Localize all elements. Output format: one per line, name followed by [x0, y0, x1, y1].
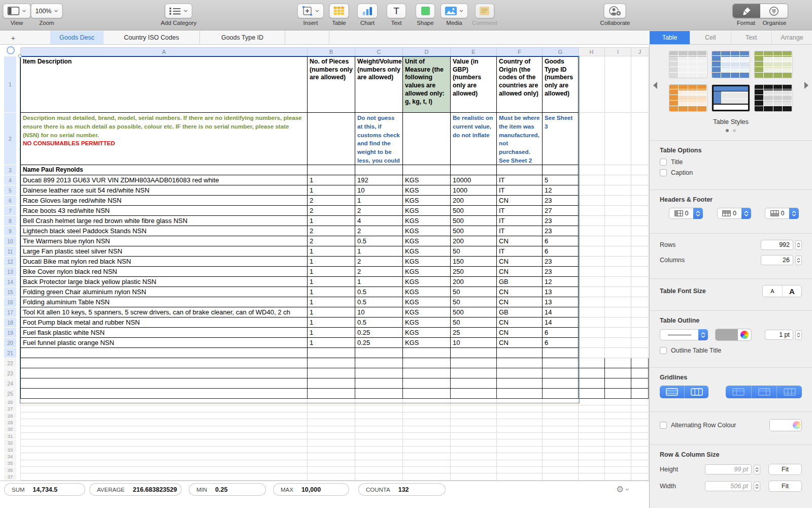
cell-E-row19[interactable]: 25: [451, 328, 497, 338]
empty-cell[interactable]: [497, 447, 543, 453]
column-header-B[interactable]: B: [308, 47, 355, 56]
empty-cell-H[interactable]: [579, 426, 605, 433]
empty-cell-H[interactable]: [579, 460, 605, 467]
empty-cell[interactable]: [355, 399, 403, 405]
empty-cell[interactable]: [308, 405, 355, 412]
cell-A-row10[interactable]: Tire Warmers blue nylon NSN: [20, 236, 308, 246]
cell-B-row6[interactable]: 2: [308, 196, 355, 206]
row-number-26[interactable]: 26: [4, 399, 16, 405]
empty-cell[interactable]: [543, 399, 579, 405]
cell-B-row19[interactable]: 1: [308, 328, 355, 338]
cell-A-row16[interactable]: Folding aluminium Table NSN: [20, 297, 308, 307]
empty-cell[interactable]: [451, 348, 497, 358]
table-corner-handle[interactable]: [18, 54, 22, 58]
empty-cell-J[interactable]: [631, 405, 649, 412]
empty-cell-I[interactable]: [605, 113, 631, 165]
cell-B-row9[interactable]: 2: [308, 226, 355, 236]
cell-C-row19[interactable]: 0.25: [355, 328, 403, 338]
empty-cell[interactable]: [355, 433, 403, 439]
empty-cell[interactable]: [543, 378, 579, 389]
cell-F-row4[interactable]: IT: [497, 175, 543, 185]
empty-cell[interactable]: [20, 426, 308, 433]
empty-cell-J[interactable]: [631, 412, 649, 419]
empty-cell-J[interactable]: [631, 196, 649, 206]
height-fit-button[interactable]: Fit: [768, 464, 802, 475]
empty-cell[interactable]: [497, 348, 543, 358]
format-button[interactable]: [733, 4, 760, 18]
empty-cell[interactable]: [355, 439, 403, 446]
empty-cell[interactable]: [403, 348, 451, 358]
empty-cell-H[interactable]: [579, 358, 605, 368]
empty-cell-J[interactable]: [631, 460, 649, 467]
empty-cell-H[interactable]: [579, 185, 605, 196]
empty-cell-I[interactable]: [605, 236, 631, 246]
cell-D-row4[interactable]: KGS: [403, 175, 451, 185]
empty-cell[interactable]: [543, 358, 579, 368]
empty-cell[interactable]: [355, 447, 403, 453]
cell-B-row14[interactable]: 1: [308, 277, 355, 287]
empty-cell-J[interactable]: [631, 216, 649, 226]
cell-F-row11[interactable]: IT: [497, 246, 543, 257]
name-cell[interactable]: Name Paul Reynolds: [20, 165, 308, 175]
empty-cell-I[interactable]: [605, 226, 631, 236]
empty-cell[interactable]: [451, 426, 497, 433]
row-number-30[interactable]: 30: [4, 426, 16, 433]
row-number-14[interactable]: 14: [4, 277, 16, 287]
cell-C-row13[interactable]: 2: [355, 267, 403, 277]
empty-cell-H[interactable]: [579, 338, 605, 348]
empty-cell-J[interactable]: [631, 307, 649, 318]
empty-cell-H[interactable]: [579, 405, 605, 412]
empty-cell-H[interactable]: [579, 277, 605, 287]
cell-D-row5[interactable]: KGS: [403, 185, 451, 196]
empty-cell[interactable]: [20, 389, 308, 399]
cell-C-row20[interactable]: 0.25: [355, 338, 403, 348]
cell-D-row14[interactable]: KGS: [403, 277, 451, 287]
row-number-7[interactable]: 7: [4, 206, 16, 216]
cell-F-row17[interactable]: GB: [497, 307, 543, 318]
cell-C-row11[interactable]: 1: [355, 246, 403, 257]
empty-cell-J[interactable]: [631, 267, 649, 277]
cell-E-row17[interactable]: 500: [451, 307, 497, 318]
empty-cell[interactable]: [451, 467, 497, 473]
cell-A-row17[interactable]: Tool Kit allen 10 keys, 5 spanners, 5 sc…: [20, 307, 308, 318]
row-number-32[interactable]: 32: [4, 439, 16, 446]
empty-cell[interactable]: [543, 405, 579, 412]
spreadsheet-canvas[interactable]: ABCDEFGHIJ 12345678910111213141516171819…: [0, 45, 649, 481]
cell-E-row7[interactable]: 500: [451, 206, 497, 216]
header-cell-country-origin[interactable]: Country of Origin (the codes of the coun…: [497, 56, 543, 113]
status-settings[interactable]: ⚙: [616, 484, 629, 495]
empty-cell[interactable]: [20, 453, 308, 460]
row-number-18[interactable]: 18: [4, 318, 16, 328]
row-number-5[interactable]: 5: [4, 185, 16, 196]
empty-cell[interactable]: [497, 165, 543, 175]
empty-cell-I[interactable]: [605, 216, 631, 226]
cell-G-row12[interactable]: 23: [543, 257, 579, 267]
empty-cell-I[interactable]: [605, 206, 631, 216]
empty-cell[interactable]: [497, 399, 543, 405]
empty-cell[interactable]: [308, 419, 355, 426]
empty-cell[interactable]: [308, 399, 355, 405]
empty-cell[interactable]: [308, 433, 355, 439]
empty-cell-I[interactable]: [605, 358, 631, 368]
notes-cell-goods-type[interactable]: See Sheet 3: [543, 113, 579, 165]
empty-cell-H[interactable]: [579, 328, 605, 338]
empty-cell[interactable]: [355, 348, 403, 358]
empty-cell[interactable]: [355, 426, 403, 433]
cell-G-row8[interactable]: 23: [543, 216, 579, 226]
empty-cell[interactable]: [543, 460, 579, 467]
empty-cell[interactable]: [451, 368, 497, 378]
header-cell-goods-type-id[interactable]: Goods Type ID (numbers only are allowed): [543, 56, 579, 113]
row-number-31[interactable]: 31: [4, 433, 16, 439]
empty-cell[interactable]: [308, 453, 355, 460]
header-vertical-gridlines-button[interactable]: [751, 386, 776, 398]
empty-cell-I[interactable]: [605, 257, 631, 267]
cell-E-row16[interactable]: 50: [451, 297, 497, 307]
row-number-2[interactable]: 2: [4, 113, 16, 165]
empty-cell[interactable]: [451, 473, 497, 480]
row-height-field[interactable]: 99 pt: [705, 464, 752, 474]
empty-cell-H[interactable]: [579, 378, 605, 389]
add-sheet-button[interactable]: +: [8, 31, 19, 44]
view-button[interactable]: [3, 4, 31, 18]
collaborate-button[interactable]: [604, 4, 626, 18]
empty-cell[interactable]: [543, 433, 579, 439]
